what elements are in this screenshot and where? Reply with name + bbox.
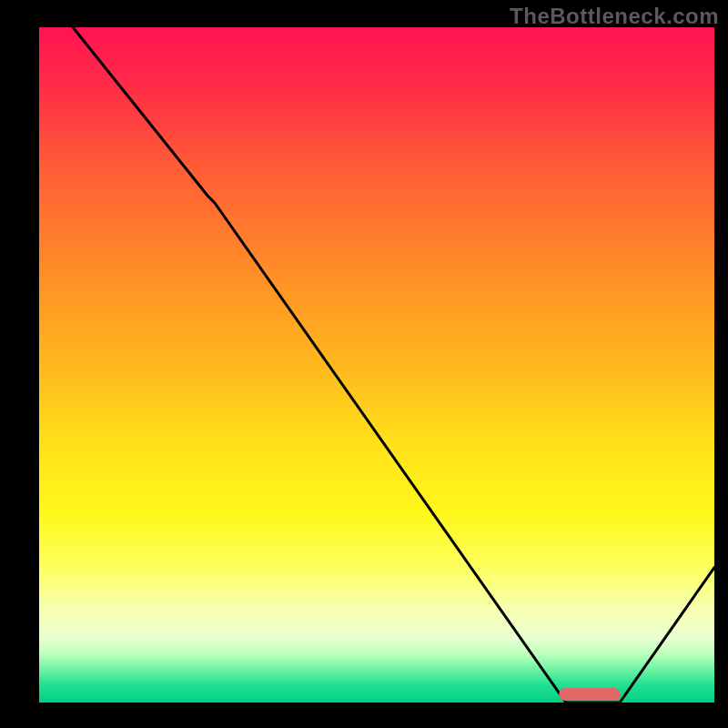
watermark-text: TheBottleneck.com: [510, 4, 719, 29]
optimal-range-marker: [559, 688, 620, 701]
chart-frame: TheBottleneck.com: [0, 0, 728, 728]
plot-area: [39, 27, 714, 703]
chart-svg: [0, 0, 728, 728]
